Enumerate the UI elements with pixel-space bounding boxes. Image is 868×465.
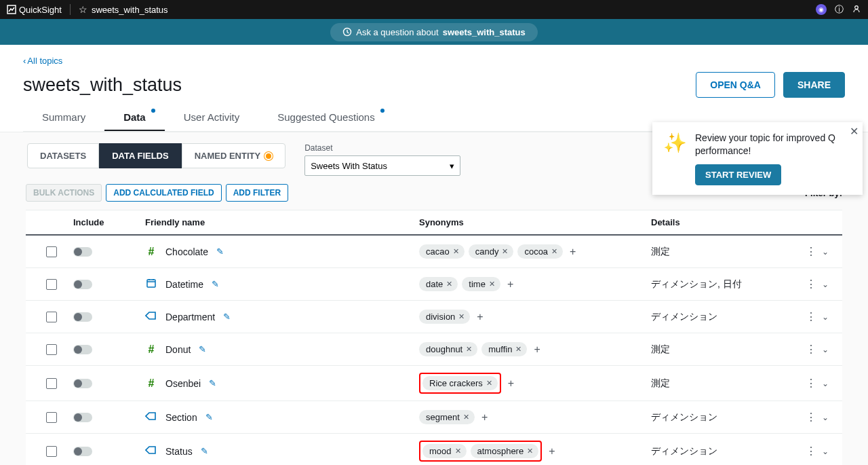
remove-chip-icon[interactable]: ✕ [466, 345, 472, 354]
add-synonym-button[interactable]: + [479, 411, 490, 424]
synonym-chip[interactable]: cocoa ✕ [517, 244, 563, 259]
edit-icon[interactable]: ✎ [212, 279, 219, 289]
synonym-chip[interactable]: doughnut ✕ [419, 342, 477, 356]
chevron-down-icon[interactable]: ⌄ [822, 379, 829, 388]
row-checkbox[interactable] [46, 279, 57, 290]
include-toggle[interactable] [73, 312, 92, 322]
synonym-chip[interactable]: date ✕ [419, 277, 458, 291]
add-synonym-button[interactable]: + [505, 377, 517, 390]
synonym-chip[interactable]: cacao ✕ [419, 244, 465, 259]
table-row: # Donut ✎ doughnut ✕muffin ✕+ 測定 ⋮ ⌄ [26, 333, 842, 366]
close-icon[interactable]: ✕ [850, 125, 859, 138]
row-checkbox[interactable] [46, 412, 57, 423]
subtab-named-entity[interactable]: NAMED ENTITY [182, 143, 286, 168]
add-synonym-button[interactable]: + [531, 343, 542, 356]
chevron-down-icon[interactable]: ⌄ [822, 447, 829, 456]
subtab-datasets[interactable]: DATASETS [27, 143, 99, 168]
chevron-down-icon[interactable]: ⌄ [822, 345, 829, 354]
remove-chip-icon[interactable]: ✕ [463, 413, 469, 422]
add-synonym-button[interactable]: + [474, 311, 486, 323]
tab-suggested-questions[interactable]: Suggested Questions [258, 107, 393, 131]
remove-chip-icon[interactable]: ✕ [551, 247, 557, 256]
ask-question-pill[interactable]: Ask a question about sweets_with_status [330, 23, 538, 41]
table-row: # Osenbei ✎ Rice crackers ✕+ 測定 ⋮ ⌄ [26, 366, 842, 401]
row-checkbox[interactable] [46, 344, 57, 355]
edit-icon[interactable]: ✎ [205, 412, 213, 422]
include-toggle[interactable] [73, 345, 92, 354]
include-toggle[interactable] [73, 280, 92, 289]
row-checkbox[interactable] [46, 312, 57, 322]
chevron-down-icon: ▾ [450, 161, 454, 171]
highlight-box: mood ✕atmosphere ✕ [419, 441, 542, 462]
add-synonym-button[interactable]: + [546, 445, 557, 458]
include-toggle[interactable] [73, 413, 92, 422]
more-icon[interactable]: ⋮ [806, 377, 816, 390]
remove-chip-icon[interactable]: ✕ [502, 247, 508, 256]
open-qa-button[interactable]: OPEN Q&A [696, 72, 775, 98]
remove-chip-icon[interactable]: ✕ [453, 247, 459, 256]
synonym-chip[interactable]: mood ✕ [422, 444, 467, 458]
star-icon[interactable]: ☆ [79, 4, 87, 15]
synonym-chip[interactable]: Rice crackers ✕ [422, 376, 498, 390]
quicksight-logo[interactable]: QuickSight [7, 5, 62, 15]
chevron-down-icon[interactable]: ⌄ [822, 312, 829, 322]
edit-icon[interactable]: ✎ [199, 344, 206, 354]
edit-icon[interactable]: ✎ [201, 446, 208, 456]
remove-chip-icon[interactable]: ✕ [455, 447, 461, 455]
add-synonym-button[interactable]: + [505, 278, 516, 291]
include-toggle[interactable] [73, 247, 92, 257]
include-toggle[interactable] [73, 379, 92, 388]
tab-data-label: Data [123, 111, 146, 123]
share-button[interactable]: SHARE [783, 72, 845, 98]
calendar-icon [146, 278, 157, 291]
edit-icon[interactable]: ✎ [223, 312, 231, 322]
measure-icon: # [149, 246, 155, 258]
remove-chip-icon[interactable]: ✕ [527, 447, 533, 455]
q-badge-icon[interactable]: ◉ [816, 4, 827, 15]
synonym-chip[interactable]: division ✕ [419, 310, 470, 324]
more-icon[interactable]: ⋮ [806, 278, 816, 291]
synonym-chip[interactable]: time ✕ [462, 277, 500, 291]
help-icon[interactable]: ⓘ [835, 3, 844, 16]
row-checkbox[interactable] [46, 378, 57, 389]
row-checkbox[interactable] [46, 446, 57, 457]
remove-chip-icon[interactable]: ✕ [486, 379, 492, 388]
tab-user-activity[interactable]: User Activity [165, 107, 259, 131]
dataset-select[interactable]: Sweets With Status ▾ [304, 155, 460, 176]
edit-icon[interactable]: ✎ [209, 378, 216, 388]
more-icon[interactable]: ⋮ [806, 343, 816, 356]
synonym-chip[interactable]: candy ✕ [469, 244, 514, 259]
subtab-data-fields[interactable]: DATA FIELDS [99, 143, 182, 168]
qbar-bold: sweets_with_status [443, 27, 526, 37]
tab-suggested-label: Suggested Questions [277, 111, 374, 123]
include-toggle[interactable] [73, 447, 92, 456]
chevron-down-icon[interactable]: ⌄ [822, 247, 829, 257]
dimension-icon [145, 411, 157, 423]
start-review-button[interactable]: START REVIEW [695, 164, 781, 185]
synonym-chip[interactable]: atmosphere ✕ [471, 444, 539, 458]
more-icon[interactable]: ⋮ [806, 411, 816, 424]
remove-chip-icon[interactable]: ✕ [515, 345, 521, 354]
table-row: Section ✎ segment ✕+ ディメンション ⋮ ⌄ [26, 401, 842, 434]
highlight-box: Rice crackers ✕ [419, 373, 501, 394]
remove-chip-icon[interactable]: ✕ [489, 280, 495, 289]
chevron-down-icon[interactable]: ⌄ [822, 413, 829, 422]
remove-chip-icon[interactable]: ✕ [458, 312, 465, 321]
user-icon[interactable] [852, 4, 861, 16]
more-icon[interactable]: ⋮ [806, 445, 816, 458]
more-icon[interactable]: ⋮ [806, 245, 816, 258]
remove-chip-icon[interactable]: ✕ [446, 280, 452, 289]
synonym-chip[interactable]: muffin ✕ [481, 342, 527, 356]
synonym-chip[interactable]: segment ✕ [419, 410, 475, 424]
chevron-down-icon[interactable]: ⌄ [822, 280, 829, 289]
add-filter-button[interactable]: ADD FILTER [226, 184, 288, 202]
add-synonym-button[interactable]: + [567, 246, 578, 258]
add-calculated-field-button[interactable]: ADD CALCULATED FIELD [106, 184, 221, 202]
row-checkbox[interactable] [46, 246, 57, 257]
edit-icon[interactable]: ✎ [216, 246, 224, 257]
tab-summary[interactable]: Summary [23, 107, 104, 131]
more-icon[interactable]: ⋮ [806, 310, 816, 323]
details-text: 測定 [651, 246, 795, 258]
tab-data[interactable]: Data [104, 107, 165, 131]
breadcrumb-all-topics[interactable]: ‹ All topics [23, 56, 62, 66]
